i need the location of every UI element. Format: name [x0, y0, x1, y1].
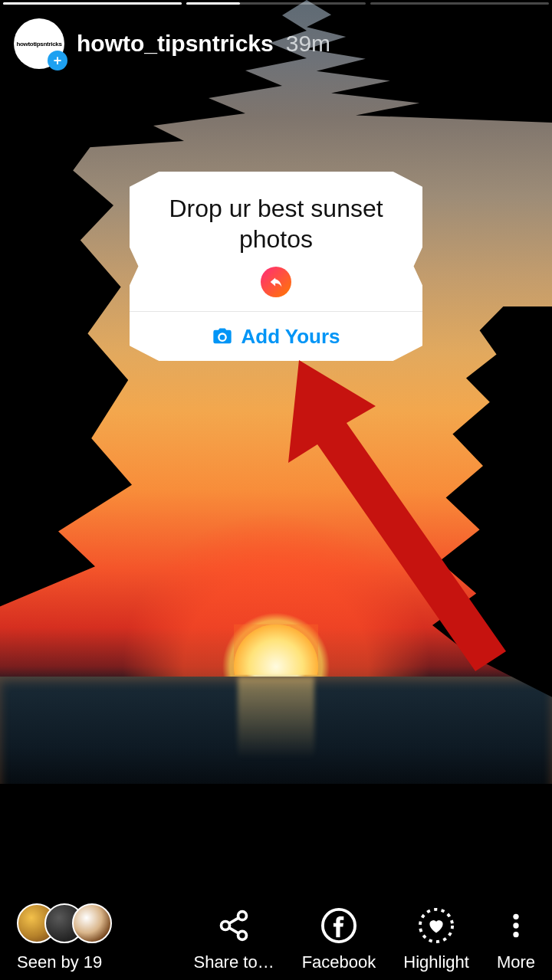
seen-by-label: Seen by 19 — [17, 952, 102, 972]
reply-arrow-icon — [261, 267, 291, 297]
sticker-prompt-text: Drop ur best sunset photos — [150, 193, 402, 254]
camera-icon — [212, 326, 233, 347]
progress-segment — [370, 2, 549, 5]
share-to-label: Share to… — [193, 952, 274, 972]
add-yours-sticker[interactable]: Drop ur best sunset photos Add Yours — [130, 172, 422, 361]
facebook-button[interactable]: Facebook — [302, 906, 376, 972]
svg-point-1 — [238, 912, 247, 920]
timestamp-label: 39m — [286, 31, 330, 57]
svg-point-8 — [513, 914, 518, 919]
more-button[interactable]: More — [497, 906, 535, 972]
add-yours-button[interactable]: Add Yours — [150, 312, 402, 361]
highlight-heart-icon — [417, 906, 455, 945]
viewer-avatar — [72, 903, 112, 943]
story-header: howtotipsntricks + howto_tipsntricks 39m — [0, 18, 552, 69]
progress-segment — [186, 2, 365, 5]
add-story-badge[interactable]: + — [48, 51, 67, 70]
story-background-image — [0, 0, 552, 980]
viewer-avatars — [17, 903, 115, 945]
svg-line-5 — [229, 928, 238, 933]
more-vertical-icon — [497, 906, 535, 945]
story-view: howtotipsntricks + howto_tipsntricks 39m… — [0, 0, 552, 980]
svg-point-3 — [238, 931, 247, 939]
share-icon — [215, 906, 253, 945]
seen-by-button[interactable]: Seen by 19 — [17, 903, 115, 972]
more-label: More — [497, 952, 535, 972]
facebook-icon — [320, 906, 358, 945]
svg-point-10 — [513, 932, 518, 937]
profile-avatar[interactable]: howtotipsntricks + — [14, 18, 64, 69]
highlight-label: Highlight — [403, 952, 469, 972]
svg-point-2 — [222, 922, 230, 930]
username-label[interactable]: howto_tipsntricks — [77, 31, 274, 57]
share-to-button[interactable]: Share to… — [193, 906, 274, 972]
highlight-button[interactable]: Highlight — [403, 906, 469, 972]
progress-segment — [3, 2, 182, 5]
story-bottom-toolbar: Seen by 19 Share to… — [0, 903, 552, 972]
svg-point-9 — [513, 923, 518, 928]
avatar-text: howtotipsntricks — [16, 41, 61, 48]
svg-line-4 — [229, 918, 238, 923]
add-yours-label: Add Yours — [241, 325, 340, 349]
facebook-label: Facebook — [302, 952, 376, 972]
story-progress-bar — [0, 0, 552, 14]
